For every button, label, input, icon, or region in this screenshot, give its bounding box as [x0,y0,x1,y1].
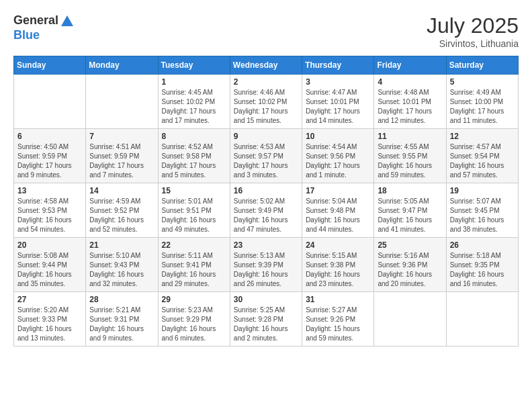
day-number: 15 [162,186,226,195]
calendar-week-5: 27Sunrise: 5:20 AMSunset: 9:33 PMDayligh… [14,292,519,347]
logo: General Blue [13,13,76,42]
calendar-cell: 3Sunrise: 4:47 AMSunset: 10:01 PMDayligh… [302,75,374,129]
day-info: Sunrise: 5:11 AMSunset: 9:41 PMDaylight:… [162,251,226,289]
calendar-cell: 7Sunrise: 4:51 AMSunset: 9:59 PMDaylight… [86,129,158,183]
calendar-week-2: 6Sunrise: 4:50 AMSunset: 9:59 PMDaylight… [14,129,519,183]
day-number: 29 [162,295,226,304]
calendar-cell: 27Sunrise: 5:20 AMSunset: 9:33 PMDayligh… [14,292,86,347]
day-info: Sunrise: 5:15 AMSunset: 9:38 PMDaylight:… [306,251,370,289]
logo-blue: Blue [13,28,40,42]
day-number: 13 [17,186,82,195]
day-info: Sunrise: 4:59 AMSunset: 9:52 PMDaylight:… [89,197,154,234]
day-number: 16 [234,186,298,195]
calendar-cell: 21Sunrise: 5:10 AMSunset: 9:43 PMDayligh… [86,238,158,292]
day-number: 14 [89,186,154,195]
day-number: 12 [450,132,515,141]
calendar-cell: 9Sunrise: 4:53 AMSunset: 9:57 PMDaylight… [230,129,302,183]
day-number: 22 [162,240,226,250]
weekday-header-sunday: Sunday [14,56,86,75]
day-info: Sunrise: 4:53 AMSunset: 9:57 PMDaylight:… [234,142,298,180]
calendar-cell: 23Sunrise: 5:13 AMSunset: 9:39 PMDayligh… [230,238,302,292]
weekday-header-monday: Monday [86,56,158,75]
calendar-cell [86,75,158,129]
calendar-cell: 10Sunrise: 4:54 AMSunset: 9:56 PMDayligh… [302,129,374,183]
calendar-cell: 16Sunrise: 5:02 AMSunset: 9:49 PMDayligh… [230,183,302,238]
calendar-cell: 6Sunrise: 4:50 AMSunset: 9:59 PMDaylight… [14,129,86,183]
calendar-cell: 2Sunrise: 4:46 AMSunset: 10:02 PMDayligh… [230,75,302,129]
calendar-cell: 15Sunrise: 5:01 AMSunset: 9:51 PMDayligh… [158,183,230,238]
calendar-week-1: 1Sunrise: 4:45 AMSunset: 10:02 PMDayligh… [14,75,519,129]
calendar-cell [446,292,518,347]
day-number: 3 [306,77,370,87]
day-number: 20 [17,240,82,250]
day-info: Sunrise: 5:25 AMSunset: 9:28 PMDaylight:… [234,306,298,343]
day-number: 19 [450,186,515,195]
calendar-table: SundayMondayTuesdayWednesdayThursdayFrid… [13,56,519,347]
day-info: Sunrise: 4:51 AMSunset: 9:59 PMDaylight:… [89,142,154,180]
calendar-cell: 29Sunrise: 5:23 AMSunset: 9:29 PMDayligh… [158,292,230,347]
day-number: 9 [234,132,298,141]
day-info: Sunrise: 5:08 AMSunset: 9:44 PMDaylight:… [17,251,82,289]
weekday-header-wednesday: Wednesday [230,56,302,75]
calendar-cell: 26Sunrise: 5:18 AMSunset: 9:35 PMDayligh… [446,238,518,292]
day-info: Sunrise: 4:49 AMSunset: 10:00 PMDaylight… [450,88,515,126]
logo-general: General [13,13,58,27]
day-info: Sunrise: 5:18 AMSunset: 9:35 PMDaylight:… [450,251,515,289]
calendar-cell: 1Sunrise: 4:45 AMSunset: 10:02 PMDayligh… [158,75,230,129]
day-info: Sunrise: 4:45 AMSunset: 10:02 PMDaylight… [162,88,226,126]
day-info: Sunrise: 5:02 AMSunset: 9:49 PMDaylight:… [234,197,298,234]
day-number: 6 [17,132,82,141]
day-info: Sunrise: 5:13 AMSunset: 9:39 PMDaylight:… [234,251,298,289]
day-info: Sunrise: 4:54 AMSunset: 9:56 PMDaylight:… [306,142,370,180]
day-info: Sunrise: 5:07 AMSunset: 9:45 PMDaylight:… [450,197,515,234]
calendar-cell: 25Sunrise: 5:16 AMSunset: 9:36 PMDayligh… [374,238,446,292]
day-number: 4 [378,77,442,87]
page-header: General Blue July 2025 Sirvintos, Lithua… [13,13,519,49]
calendar-cell: 30Sunrise: 5:25 AMSunset: 9:28 PMDayligh… [230,292,302,347]
day-info: Sunrise: 5:16 AMSunset: 9:36 PMDaylight:… [378,251,442,289]
calendar-cell: 5Sunrise: 4:49 AMSunset: 10:00 PMDayligh… [446,75,518,129]
day-number: 7 [89,132,154,141]
calendar-cell: 18Sunrise: 5:05 AMSunset: 9:47 PMDayligh… [374,183,446,238]
weekday-header-saturday: Saturday [446,56,518,75]
calendar-cell: 19Sunrise: 5:07 AMSunset: 9:45 PMDayligh… [446,183,518,238]
day-info: Sunrise: 5:04 AMSunset: 9:48 PMDaylight:… [306,197,370,234]
calendar-week-3: 13Sunrise: 4:58 AMSunset: 9:53 PMDayligh… [14,183,519,238]
calendar-cell [14,75,86,129]
day-info: Sunrise: 4:55 AMSunset: 9:55 PMDaylight:… [378,142,442,180]
day-info: Sunrise: 4:50 AMSunset: 9:59 PMDaylight:… [17,142,82,180]
day-info: Sunrise: 5:23 AMSunset: 9:29 PMDaylight:… [162,306,226,343]
calendar-cell: 4Sunrise: 4:48 AMSunset: 10:01 PMDayligh… [374,75,446,129]
day-number: 24 [306,240,370,250]
calendar-cell: 31Sunrise: 5:27 AMSunset: 9:26 PMDayligh… [302,292,374,347]
day-number: 30 [234,295,298,304]
calendar-cell: 28Sunrise: 5:21 AMSunset: 9:31 PMDayligh… [86,292,158,347]
logo-text: General Blue [13,13,76,42]
day-number: 23 [234,240,298,250]
weekday-header-row: SundayMondayTuesdayWednesdayThursdayFrid… [14,56,519,75]
day-info: Sunrise: 4:47 AMSunset: 10:01 PMDaylight… [306,88,370,126]
location-title: Sirvintos, Lithuania [427,38,519,49]
day-number: 10 [306,132,370,141]
calendar-cell [374,292,446,347]
calendar-cell: 12Sunrise: 4:57 AMSunset: 9:54 PMDayligh… [446,129,518,183]
weekday-header-thursday: Thursday [302,56,374,75]
day-number: 5 [450,77,515,87]
day-number: 17 [306,186,370,195]
day-number: 31 [306,295,370,304]
day-number: 26 [450,240,515,250]
calendar-cell: 24Sunrise: 5:15 AMSunset: 9:38 PMDayligh… [302,238,374,292]
day-number: 11 [378,132,442,141]
day-info: Sunrise: 5:27 AMSunset: 9:26 PMDaylight:… [306,306,370,343]
day-info: Sunrise: 4:48 AMSunset: 10:01 PMDaylight… [378,88,442,126]
day-info: Sunrise: 4:58 AMSunset: 9:53 PMDaylight:… [17,197,82,234]
weekday-header-friday: Friday [374,56,446,75]
calendar-cell: 11Sunrise: 4:55 AMSunset: 9:55 PMDayligh… [374,129,446,183]
calendar-week-4: 20Sunrise: 5:08 AMSunset: 9:44 PMDayligh… [14,238,519,292]
day-info: Sunrise: 5:20 AMSunset: 9:33 PMDaylight:… [17,306,82,343]
logo-icon [60,14,75,29]
calendar-cell: 13Sunrise: 4:58 AMSunset: 9:53 PMDayligh… [14,183,86,238]
day-number: 18 [378,186,442,195]
day-info: Sunrise: 5:01 AMSunset: 9:51 PMDaylight:… [162,197,226,234]
day-number: 28 [89,295,154,304]
